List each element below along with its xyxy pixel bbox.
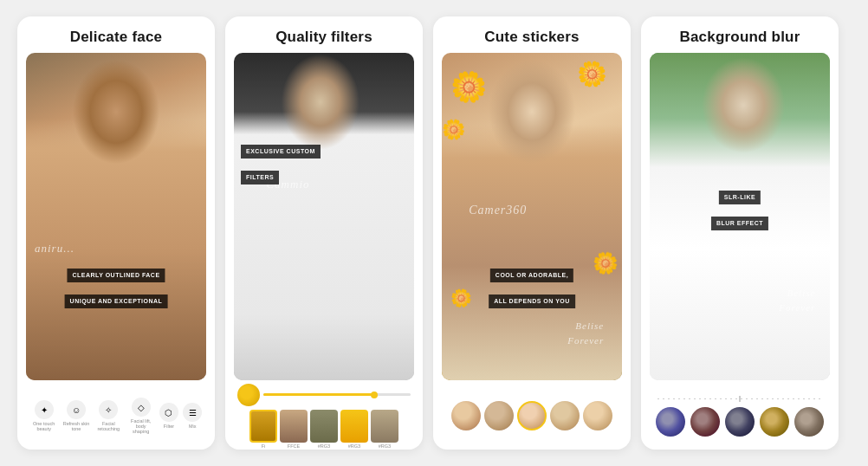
filter-label-1: Fi [262, 443, 266, 449]
filter-thumb-3[interactable] [310, 410, 338, 443]
card-3-cursive-bottom: BeliseForever [567, 319, 604, 347]
card-1-cursive: aniru... [35, 242, 74, 256]
lens-row [648, 407, 832, 437]
card-4-overlay-1: SLR-LIKE [719, 191, 761, 204]
flower-sticker-2: 🌼 [577, 60, 607, 88]
icon-label-3: Facial retouching [94, 421, 122, 431]
filter-thumbs-row: Fi FFCE #RG3 #RG3 [232, 410, 416, 449]
body-shaping-icon: ◇ [132, 398, 151, 417]
card-1-title: Delicate face [17, 16, 215, 53]
card-3-cursive-top: Camer360 [469, 204, 527, 217]
icon-one-touch-beauty[interactable]: ✦ One touch beauty [30, 400, 58, 431]
card-2-overlay-1: EXCLUSIVE CUSTOM [241, 145, 321, 159]
flower-sticker-4: 🌼 [593, 251, 619, 275]
facial-retouching-icon: ✧ [99, 400, 118, 419]
card-delicate-face: Delicate face aniru... CLEARLY OUTLINED … [17, 16, 215, 450]
filter-thumb-item-3[interactable]: #RG3 [310, 410, 338, 449]
filter-label-3: #RG3 [318, 443, 330, 449]
icon-label-2: Refresh skin tone [62, 421, 90, 431]
card-1-overlay-1: CLEARLY OUTLINED FACE [67, 269, 165, 282]
filter-active-dot [237, 384, 260, 406]
mix-icon: ☰ [183, 403, 202, 422]
lens-effect-2[interactable] [690, 407, 720, 437]
card-2-bottom: Fi FFCE #RG3 #RG3 [225, 380, 423, 450]
card-cute-stickers: Cute stickers 🌼 🌼 🌼 🌼 🌼 Camer360 COOL OR… [433, 16, 631, 450]
card-3-image: 🌼 🌼 🌼 🌼 🌼 Camer360 COOL OR ADORABLE, ALL… [442, 53, 622, 380]
lens-ruler [648, 396, 832, 403]
icon-filter[interactable]: ⬡ Filter [159, 403, 178, 429]
card-4-image: SLR-LIKE BLUR EFFECT BeliseForever [650, 53, 830, 380]
refresh-skin-icon: ☺ [67, 400, 86, 419]
card-quality-filters: Quality filters Cammio EXCLUSIVE CUSTOM … [225, 16, 423, 450]
sticker-avatar-1[interactable] [451, 401, 481, 430]
icon-label-6: Mix [189, 424, 197, 429]
sticker-avatar-3[interactable] [517, 401, 547, 430]
icon-label-5: Filter [164, 424, 174, 429]
icon-label-4: Facial lift, body shaping [127, 418, 155, 434]
icon-refresh-skin[interactable]: ☺ Refresh skin tone [62, 400, 90, 431]
card-3-overlay-1: COOL OR ADORABLE, [490, 269, 573, 282]
lens-effect-5[interactable] [794, 407, 824, 437]
card-3-overlay-2: ALL DEPENDS ON YOU [489, 294, 575, 308]
filter-thumb-1[interactable] [249, 410, 277, 443]
lens-effect-3[interactable] [725, 407, 755, 437]
card-1-image: aniru... CLEARLY OUTLINED FACE UNIQUE AN… [26, 53, 206, 380]
app-container: Delicate face aniru... CLEARLY OUTLINED … [0, 0, 868, 466]
filter-slider[interactable] [263, 393, 411, 396]
card-1-overlay-2: UNIQUE AND EXCEPTIONAL [65, 294, 168, 308]
lens-effect-4[interactable] [760, 407, 789, 437]
icon-body-shaping[interactable]: ◇ Facial lift, body shaping [127, 398, 155, 434]
lens-effect-1[interactable] [656, 407, 685, 437]
filter-label-4: #RG3 [348, 443, 360, 449]
sticker-avatar-2[interactable] [484, 401, 514, 430]
filter-strip: Fi FFCE #RG3 #RG3 [232, 384, 416, 449]
sticker-avatar-5[interactable] [583, 401, 612, 430]
sticker-avatar-4[interactable] [550, 401, 580, 430]
filter-label-2: FFCE [288, 443, 300, 449]
flower-sticker-3: 🌼 [442, 119, 465, 141]
one-touch-beauty-icon: ✦ [35, 400, 54, 419]
card-background-blur: Background blur SLR-LIKE BLUR EFFECT Bel… [641, 16, 839, 450]
card-1-bottom: ✦ One touch beauty ☺ Refresh skin tone ✧… [17, 380, 215, 450]
icon-facial-retouching[interactable]: ✧ Facial retouching [94, 400, 122, 431]
filter-thumb-2[interactable] [280, 410, 308, 443]
card-2-image: Cammio EXCLUSIVE CUSTOM FILTERS [234, 53, 414, 380]
card-3-bottom [433, 380, 631, 450]
card-2-title: Quality filters [225, 16, 423, 53]
flower-sticker-1: 🌼 [450, 69, 487, 104]
filter-thumb-5[interactable] [371, 410, 398, 443]
card-2-overlay-2: FILTERS [241, 171, 279, 184]
card-4-title: Background blur [641, 16, 839, 53]
card-1-icon-row: ✦ One touch beauty ☺ Refresh skin tone ✧… [24, 398, 208, 434]
card-4-bottom [641, 380, 839, 450]
filter-thumb-item-1[interactable]: Fi [249, 410, 277, 449]
card-4-overlay-2: BLUR EFFECT [711, 217, 768, 230]
filter-thumb-item-2[interactable]: FFCE [280, 410, 308, 449]
ruler-line [657, 398, 823, 399]
filter-icon: ⬡ [159, 403, 178, 422]
filter-label-5: #RG3 [379, 443, 391, 449]
flower-sticker-5: 🌼 [450, 288, 472, 308]
filter-thumb-item-5[interactable]: #RG3 [371, 410, 398, 449]
sticker-avatars-row [451, 401, 612, 430]
card-3-title: Cute stickers [433, 16, 631, 53]
icon-mix[interactable]: ☰ Mix [183, 403, 202, 429]
lens-strip [648, 396, 832, 437]
card-4-cursive: BeliseForever [779, 286, 815, 314]
icon-label-1: One touch beauty [30, 421, 58, 431]
filter-thumb-4[interactable] [340, 410, 368, 443]
filter-thumb-item-4[interactable]: #RG3 [340, 410, 368, 449]
